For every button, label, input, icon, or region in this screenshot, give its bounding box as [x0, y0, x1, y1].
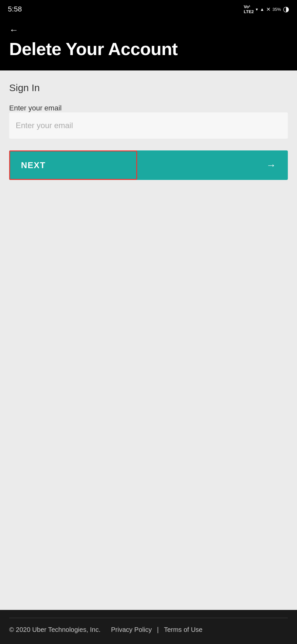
header: ← Delete Your Account	[0, 18, 297, 70]
sign-in-heading: Sign In	[9, 82, 288, 93]
back-button[interactable]: ←	[9, 25, 18, 35]
footer-copyright: © 2020 Uber Technologies, Inc.	[9, 626, 101, 634]
privacy-policy-link[interactable]: Privacy Policy	[111, 626, 152, 634]
email-label: Enter your email	[9, 104, 62, 112]
next-button-wrapper: NEXT →	[9, 150, 288, 180]
x-signal-icon: ✕	[266, 6, 270, 12]
email-input[interactable]	[9, 112, 288, 139]
footer: © 2020 Uber Technologies, Inc. Privacy P…	[0, 610, 297, 644]
main-content: Sign In Enter your email NEXT →	[0, 70, 297, 610]
email-field-group: Enter your email	[9, 104, 288, 139]
wifi-icon: ▾	[256, 7, 258, 12]
status-bar: 5:58 Vo¹LTE2 ▾ ▲ ✕ 35% ◑	[0, 0, 297, 18]
status-time: 5:58	[8, 5, 22, 13]
next-button[interactable]: NEXT →	[9, 150, 288, 180]
footer-links: © 2020 Uber Technologies, Inc. Privacy P…	[9, 626, 288, 634]
signal-icon: ▲	[260, 7, 264, 12]
arrow-right-icon: →	[266, 160, 276, 171]
terms-of-use-link[interactable]: Terms of Use	[164, 626, 203, 634]
status-icons: Vo¹LTE2 ▾ ▲ ✕ 35% ◑	[244, 4, 289, 14]
footer-separator: |	[157, 626, 158, 634]
page-title: Delete Your Account	[9, 39, 288, 59]
vol-lte2-icon: Vo¹LTE2	[244, 4, 254, 14]
battery-percent: 35%	[272, 7, 281, 12]
footer-divider	[9, 618, 288, 618]
next-label: NEXT	[21, 160, 46, 170]
battery-icon: ◑	[283, 5, 289, 13]
